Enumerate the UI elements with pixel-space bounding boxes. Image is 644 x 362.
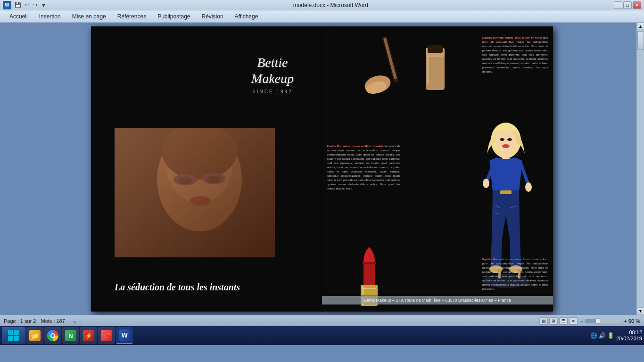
svg-point-3 — [162, 128, 237, 180]
text-highlight-3: Equitis Romani autem esse filium — [482, 258, 530, 261]
svg-rect-0 — [115, 128, 275, 257]
close-btn[interactable]: ✕ — [633, 1, 641, 9]
svg-rect-44 — [8, 336, 13, 341]
text-block-bottom-right: Equitis Romani autem esse filium crimini… — [482, 257, 548, 291]
page-right: Equitis Romani autem esse filium crimini… — [322, 26, 553, 312]
system-clock: 08:12 20/02/2019 — [616, 329, 642, 342]
svg-point-2 — [166, 128, 232, 203]
menu-mise-en-page[interactable]: Mise en page — [66, 11, 112, 22]
makeup-products-top — [360, 33, 463, 104]
start-button[interactable] — [2, 327, 25, 344]
page-footer: Bettie Makeup – 179, route de Madrilène … — [322, 296, 553, 304]
title-bar-left: W 💾 ↩ ↪ ▼ — [3, 1, 48, 9]
taskbar-app-pin[interactable]: 📌 — [98, 327, 115, 344]
svg-point-4 — [173, 174, 197, 185]
status-right: ▤ ⊞ ☰ ≡ − + 60 % — [539, 317, 640, 325]
text-block-top-right: Equitis Romani autem esse filium crimini… — [482, 36, 548, 74]
status-bar: Page : 1 sur 2 Mots : 187 🔍 ▤ ⊞ ☰ ≡ − + … — [0, 315, 644, 326]
brand-area: BettieMakeup SINCE 1992 — [251, 55, 294, 94]
page-count: Page : 1 sur 2 — [4, 318, 36, 324]
window-title: modèle.docx - Microsoft Word — [48, 2, 614, 8]
word-count: Mots : 187 — [41, 318, 65, 324]
view-outline-btn[interactable]: ☰ — [559, 317, 568, 325]
svg-rect-36 — [363, 262, 375, 286]
text-highlight-1: Equitis Romani autem esse filium crimini… — [482, 36, 542, 39]
view-draft-btn[interactable]: ≡ — [569, 317, 578, 325]
svg-point-21 — [500, 138, 504, 141]
taskbar-right: 🌐 🔊 🔋 08:12 20/02/2019 — [590, 329, 642, 342]
scroll-up-btn[interactable]: ▲ — [637, 23, 644, 30]
spark-icon: ⚡ — [83, 330, 94, 341]
word-logo: W — [3, 1, 11, 9]
word-taskbar-icon: W — [119, 329, 130, 341]
svg-rect-43 — [14, 330, 19, 335]
menu-insertion[interactable]: Insertion — [33, 11, 66, 22]
more-quick-btn[interactable]: ▼ — [40, 2, 48, 8]
svg-point-26 — [525, 182, 532, 192]
text-body-2: loco poni ab accusatoribus neque his iud… — [327, 145, 400, 190]
scroll-down-btn[interactable]: ▼ — [637, 307, 644, 315]
redo-quick-btn[interactable]: ↪ — [32, 2, 39, 8]
explorer-icon: 📁 — [29, 330, 41, 341]
vertical-scrollbar[interactable]: ▲ ▼ — [636, 23, 644, 315]
tray-icons: 🌐 🔊 🔋 — [590, 332, 614, 339]
text-body-1: loco poni ab accusatoribus neque his iud… — [482, 36, 548, 73]
svg-point-7 — [206, 176, 221, 183]
svg-point-22 — [507, 138, 512, 141]
window-controls: − □ ✕ — [614, 1, 641, 9]
brand-since: SINCE 1992 — [251, 89, 294, 94]
svg-rect-11 — [383, 38, 397, 79]
chrome-icon — [47, 330, 58, 341]
footer-text: Bettie Makeup – 179, route de Madrilène … — [364, 298, 511, 303]
view-buttons: ▤ ⊞ ☰ ≡ — [539, 317, 578, 325]
zoom-control: − + 60 % — [580, 318, 640, 324]
clock-date: 20/02/2019 — [616, 336, 642, 342]
text-highlight-2: Equitis Romani autem esse filium crimini… — [327, 145, 384, 148]
svg-rect-37 — [363, 262, 376, 264]
svg-rect-30 — [500, 190, 512, 194]
menu-accueil[interactable]: Accueil — [4, 11, 33, 22]
svg-rect-41 — [363, 288, 376, 289]
svg-point-5 — [202, 173, 225, 184]
svg-point-1 — [157, 128, 242, 231]
taskbar-app-spark[interactable]: ⚡ — [80, 327, 97, 344]
save-quick-btn[interactable]: 💾 — [13, 2, 23, 8]
zoom-slider[interactable] — [585, 319, 622, 323]
tagline: La séduction de tous les instants — [115, 282, 313, 293]
taskbar-app-word[interactable]: W — [116, 327, 133, 344]
taskbar: 📁 N ⚡ 📌 W 🌐 🔊 🔋 08:12 20/02/2019 — [0, 326, 644, 345]
scroll-thumb[interactable] — [637, 31, 644, 50]
zoom-in-btn[interactable]: + — [624, 318, 627, 324]
taskbar-app-chrome[interactable] — [44, 327, 61, 344]
maximize-btn[interactable]: □ — [623, 1, 632, 9]
view-print-btn[interactable]: ▤ — [539, 317, 548, 325]
menu-references[interactable]: Références — [112, 11, 152, 22]
svg-rect-17 — [427, 56, 429, 84]
zoom-thumb[interactable] — [595, 318, 600, 324]
menu-revision[interactable]: Révision — [196, 11, 229, 22]
speaker-icon: 🔊 — [599, 332, 606, 339]
svg-point-25 — [483, 179, 489, 188]
menu-publipostage[interactable]: Publipostage — [152, 11, 196, 22]
taskbar-app-nox[interactable]: N — [62, 327, 79, 344]
taskbar-app-explorer[interactable]: 📁 — [26, 327, 43, 344]
battery-icon: 🔋 — [607, 332, 614, 339]
model-photo — [115, 128, 275, 257]
undo-quick-btn[interactable]: ↩ — [24, 2, 31, 8]
clock-time: 08:12 — [616, 329, 642, 336]
text-block-mid-left: Equitis Romani autem esse filium crimini… — [327, 144, 400, 191]
title-bar: W 💾 ↩ ↪ ▼ modèle.docx - Microsoft Word −… — [0, 0, 644, 10]
proofreading-icon[interactable]: 🔍 — [70, 318, 76, 324]
svg-rect-16 — [428, 45, 443, 53]
menu-affichage[interactable]: Affichage — [229, 11, 264, 22]
svg-point-8 — [190, 196, 211, 206]
zoom-out-btn[interactable]: − — [580, 318, 583, 324]
svg-point-6 — [178, 177, 192, 184]
view-web-btn[interactable]: ⊞ — [549, 317, 558, 325]
scroll-track[interactable] — [637, 30, 644, 307]
brand-name: BettieMakeup — [251, 55, 294, 86]
ribbon-menu: Accueil Insertion Mise en page Référence… — [0, 10, 644, 23]
minimize-btn[interactable]: − — [614, 1, 622, 9]
document-area: BettieMakeup SINCE 1992 — [0, 23, 644, 315]
brush-svg — [360, 33, 463, 104]
